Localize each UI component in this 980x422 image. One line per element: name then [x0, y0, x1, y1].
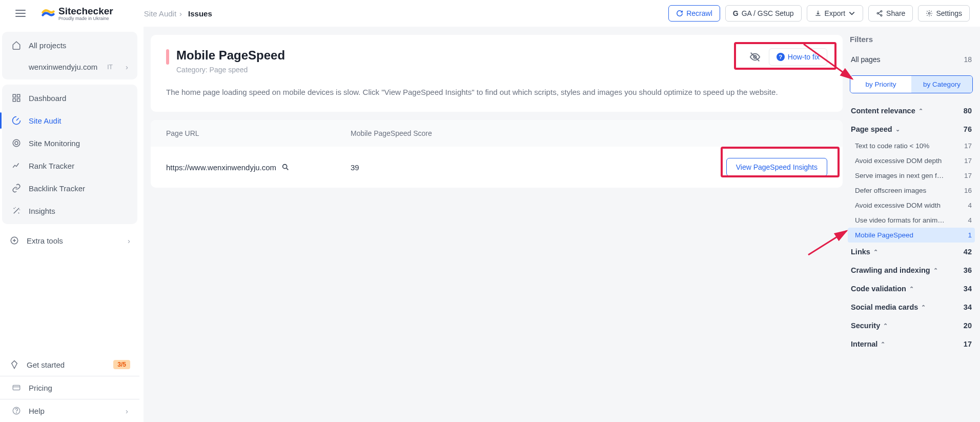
- filter-sub-item[interactable]: Use video formats for animated ...4: [850, 213, 973, 228]
- filter-sub-item[interactable]: Text to code ratio < 10%17: [850, 138, 973, 153]
- chevron-up-icon: ⌃: [881, 341, 885, 348]
- sub-item-label: Avoid excessive DOM depth: [855, 157, 942, 165]
- filters-title: Filters: [850, 35, 973, 44]
- refresh-icon: [676, 10, 683, 17]
- sidebar-help[interactable]: Help ›: [0, 399, 139, 422]
- sub-item-label: Mobile PageSpeed: [855, 231, 913, 239]
- breadcrumb-parent[interactable]: Site Audit: [144, 9, 176, 18]
- recrawl-label: Recrawl: [686, 9, 712, 17]
- settings-button[interactable]: Settings: [918, 5, 970, 22]
- logo[interactable]: Sitechecker Proudly made in Ukraine: [41, 6, 113, 21]
- sub-item-count: 1: [968, 231, 972, 239]
- sidebar-backlink-tracker[interactable]: Backlink Tracker: [2, 177, 137, 199]
- sidebar-all-projects[interactable]: All projects: [2, 34, 137, 56]
- sidebar-dashboard[interactable]: Dashboard: [2, 87, 137, 109]
- category-count: 17: [964, 340, 972, 348]
- tab-by-priority[interactable]: by Priority: [850, 76, 911, 93]
- search-icon[interactable]: [281, 163, 290, 171]
- ga-gsc-button[interactable]: G GA / GSC Setup: [725, 5, 802, 22]
- sidebar-site[interactable]: wenxinwendyju.com IT ›: [2, 56, 137, 77]
- filter-sub-item[interactable]: Defer offscreen images16: [850, 183, 973, 198]
- howto-label: How-to fix: [788, 53, 820, 61]
- svg-point-15: [283, 165, 287, 169]
- category-label: Code validation: [851, 285, 906, 293]
- svg-point-13: [16, 412, 17, 413]
- filter-category[interactable]: Links⌃42: [850, 243, 973, 261]
- pricing-label: Pricing: [29, 384, 52, 392]
- menu-toggle[interactable]: [10, 10, 31, 17]
- sidebar-pricing[interactable]: Pricing: [0, 376, 139, 399]
- all-pages-count: 18: [964, 55, 972, 64]
- category-count: 80: [964, 107, 972, 115]
- breadcrumb-current: Issues: [188, 9, 212, 18]
- target-icon: [11, 138, 22, 148]
- home-icon: [11, 40, 22, 50]
- category-count: 36: [964, 266, 972, 274]
- severity-indicator: [166, 49, 169, 65]
- gear-icon: [926, 10, 933, 17]
- dashboard-label: Dashboard: [29, 94, 66, 103]
- category-count: 42: [964, 248, 972, 256]
- filter-all-pages[interactable]: All pages 18: [850, 51, 973, 68]
- question-icon: ?: [777, 53, 785, 61]
- recrawl-button[interactable]: Recrawl: [668, 5, 720, 22]
- speedometer-icon: [11, 115, 22, 126]
- category-label: Social media cards: [851, 303, 918, 311]
- chevron-up-icon: ⌃: [909, 286, 914, 292]
- breadcrumb-separator: ›: [179, 9, 182, 18]
- filter-category[interactable]: Social media cards⌃34: [850, 298, 973, 316]
- filter-sub-item[interactable]: Mobile PageSpeed1: [848, 228, 975, 243]
- sidebar-rank-tracker[interactable]: Rank Tracker: [2, 154, 137, 177]
- sidebar-site-audit[interactable]: Site Audit: [2, 109, 137, 132]
- plus-circle-icon: [9, 235, 19, 246]
- filter-category[interactable]: Code validation⌃34: [850, 279, 973, 298]
- hamburger-icon: [15, 10, 26, 17]
- sub-item-label: Serve images in next gen forma...: [855, 172, 947, 179]
- chart-line-icon: [11, 160, 22, 171]
- page-url[interactable]: https://www.wenxinwendyju.com: [166, 163, 276, 172]
- score-value: 39: [351, 163, 726, 172]
- svg-rect-6: [13, 99, 15, 102]
- table-header: Page URL Mobile PageSpeed Score: [151, 120, 843, 147]
- sidebar-site-monitoring[interactable]: Site Monitoring: [2, 132, 137, 154]
- category-label: Security: [851, 321, 880, 330]
- sub-item-count: 4: [968, 216, 972, 224]
- sidebar-insights[interactable]: Insights: [2, 199, 137, 222]
- filter-sub-item[interactable]: Avoid excessive DOM width4: [850, 198, 973, 213]
- share-button[interactable]: Share: [868, 5, 913, 22]
- chevron-right-icon: ›: [126, 407, 128, 415]
- sidebar-get-started[interactable]: Get started 3/5: [0, 353, 139, 376]
- svg-point-8: [13, 139, 20, 147]
- sidebar-extra-tools[interactable]: Extra tools ›: [0, 229, 139, 252]
- category-label: Content relevance: [851, 107, 915, 115]
- chevron-up-icon: ⌃: [873, 249, 878, 255]
- filter-category[interactable]: Page speed⌄76: [850, 120, 973, 138]
- category-count: 34: [964, 303, 972, 311]
- tab-by-category[interactable]: by Category: [911, 76, 972, 93]
- category-count: 34: [964, 285, 972, 293]
- howto-fix-button[interactable]: ? How-to fix: [769, 48, 827, 66]
- filter-category[interactable]: Crawling and indexing⌃36: [850, 261, 973, 279]
- category-label: Links: [851, 248, 870, 256]
- sub-item-count: 17: [964, 142, 972, 150]
- filter-category[interactable]: Internal⌃17: [850, 335, 973, 353]
- export-button[interactable]: Export: [807, 5, 863, 22]
- site-badge: IT: [107, 64, 113, 71]
- category-label: Crawling and indexing: [851, 266, 930, 274]
- dashboard-icon: [11, 93, 22, 103]
- filter-sub-item[interactable]: Serve images in next gen forma...17: [850, 168, 973, 183]
- sub-item-label: Defer offscreen images: [855, 187, 926, 194]
- filter-category[interactable]: Security⌃20: [850, 316, 973, 335]
- view-pagespeed-button[interactable]: View PageSpeed Insights: [726, 158, 827, 176]
- svg-point-3: [929, 12, 931, 14]
- eye-off-icon: [749, 51, 761, 63]
- filter-sub-item[interactable]: Avoid excessive DOM depth17: [850, 153, 973, 168]
- site-audit-label: Site Audit: [29, 116, 61, 125]
- filters-panel: Filters All pages 18 by Priority by Cate…: [850, 35, 973, 414]
- hide-button[interactable]: [746, 48, 764, 66]
- sub-item-count: 17: [964, 157, 972, 165]
- sidebar: All projects wenxinwendyju.com IT › Dash…: [0, 27, 144, 422]
- filter-category[interactable]: Content relevance⌃80: [850, 102, 973, 120]
- chevron-up-icon: ⌃: [918, 108, 923, 114]
- chevron-up-icon: ⌃: [933, 267, 938, 274]
